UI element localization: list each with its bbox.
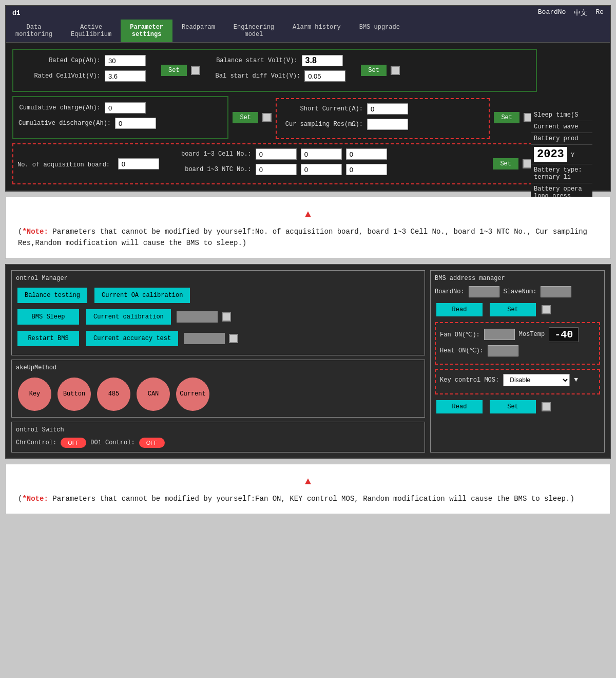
checkbox-addr[interactable] [542,305,551,314]
bal-start-volt-input[interactable] [302,55,343,66]
sidebar-battery-year: 2023 Y [531,145,592,164]
addr-read-btn[interactable]: Read [436,303,483,316]
rated-cellvolt-input[interactable] [105,70,146,82]
set-button-4[interactable]: Set [494,112,519,123]
tab-data-monitoring[interactable]: Data monitoring [6,20,62,42]
slave-num-input[interactable] [541,286,571,297]
ctrl-switch-section: ontrol Switch ChrControl: OFF DO1 Contro… [11,422,425,453]
cumulative-section: Cumulative charge(Ah): Cumulative discha… [12,96,228,139]
tab-engineering-model[interactable]: Engineering model [224,20,283,42]
wakeup-title: akeUpMethod [16,364,420,371]
bal-start-diff-row: Bal start diff Volt(V): [216,70,346,82]
wakeup-485-btn[interactable]: 485 [97,378,130,411]
no-acq-board-input[interactable] [118,158,159,170]
checkbox-2[interactable] [391,66,400,75]
current-oa-calib-btn[interactable]: Current OA calibration [94,288,190,303]
checkbox-3[interactable] [262,113,272,122]
cur-sampling-input[interactable] [367,119,408,130]
switch-label-1: ChrControl: [16,439,56,446]
rated-cap-row: Rated Cap(Ah): [18,55,146,66]
current-calib-btn[interactable]: Current calibration [86,309,171,325]
ntc-input-1[interactable] [256,164,297,175]
bal-start-diff-input[interactable] [304,70,345,82]
tab-readparam[interactable]: Readparam [172,20,224,42]
set-button-5[interactable]: Set [493,158,518,170]
cur-sampling-row: Cur sampling Res(mΩ): [281,119,485,130]
note-triangle-1: ▲ [18,206,598,223]
checkbox-calib[interactable] [222,312,231,322]
wakeup-button-btn[interactable]: Button [57,378,91,411]
bms-sleep-btn[interactable]: BMS Sleep [17,309,79,325]
mos-temp-value: -40 [549,327,579,342]
short-current-input[interactable] [367,103,408,115]
set-button-2[interactable]: Set [361,65,387,76]
wakeup-buttons: Key Button 485 CAN Current [16,375,420,413]
cumulative-discharge-input[interactable] [115,118,156,129]
board-no-input[interactable] [469,286,499,297]
tab-bms-upgrade[interactable]: BMS upgrade [350,20,409,42]
note-triangle-2: ▲ [18,474,598,490]
current-calib-input[interactable] [177,311,218,323]
heat-on-label: Heat ON(℃): [440,347,484,354]
set-button-1[interactable]: Set [161,65,187,76]
rated-cap-input[interactable] [105,55,146,66]
cell-no-row: board 1~3 Cell No.: [169,148,483,160]
fan-on-input[interactable] [484,329,515,340]
tab-active-equilibrium[interactable]: Active Equilibrium [62,20,121,42]
cell-input-1[interactable] [256,148,297,160]
acq-board-area: No. of acquisition board: [17,158,159,170]
wakeup-can-btn[interactable]: CAN [137,378,170,411]
current-acc-input[interactable] [184,333,225,344]
board-set-area: Set [493,158,532,170]
short-set-area: Set [490,96,537,139]
heat-on-input[interactable] [488,345,518,356]
key-control-dashed-box: Key control MOS: Disable Enable ▼ [435,369,600,394]
battery-prod-label: Battery prod [534,135,578,142]
sidebar-current-wave: Current wave [531,121,592,133]
sleep-time-label: Sleep time(S [534,111,578,119]
current-wave-label: Current wave [534,123,578,130]
checkbox-1[interactable] [191,66,200,75]
wakeup-key-btn[interactable]: Key [18,378,51,411]
cumulative-set-area: Set [228,96,276,139]
key-control-select[interactable]: Disable Enable [503,374,570,386]
balance-testing-btn[interactable]: Balance testing [17,288,87,303]
ntc-no-row: board 1~3 NTC No.: [169,164,483,175]
wakeup-current-btn[interactable]: Current [176,378,209,411]
section-board: No. of acquisition board: board 1~3 Cell… [12,143,537,184]
rated-cellvolt-label: Rated CellVolt(V): [18,72,101,80]
cell-ntc-area: board 1~3 Cell No.: board 1~3 NTC No.: [169,148,483,179]
cumulative-discharge-row: Cumulative discharge(Ah): [18,118,222,129]
chevron-down-icon: ▼ [574,376,578,384]
ctrl-switch-label: ontrol Switch [16,426,64,434]
app-id: d1 [12,9,21,17]
restart-bms-btn[interactable]: Restart BMS [17,331,79,346]
toggle-2[interactable]: OFF [139,438,165,448]
ntc-input-2[interactable] [301,164,342,175]
wakeup-section: akeUpMethod Key Button 485 CAN Current [11,360,425,418]
mos-temp-label: MosTemp [519,331,545,338]
refresh-button[interactable]: Re [595,8,604,17]
checkbox-acc[interactable] [229,334,238,343]
top-bar-right: BoardNo 中文 Re [538,8,604,17]
checkbox-fan[interactable] [542,402,551,411]
fan-read-btn[interactable]: Read [436,400,483,413]
ntc-input-3[interactable] [346,164,387,175]
fan-set-btn[interactable]: Set [490,400,536,413]
lang-button[interactable]: 中文 [574,8,587,17]
cell-input-3[interactable] [346,148,387,160]
nav-tabs: Data monitoring Active Equilibrium Param… [6,20,610,43]
tab-parameter-settings[interactable]: Parameter settings [121,20,172,42]
bms-address-title: BMS address manager [435,275,600,282]
current-acc-btn[interactable]: Current accuracy test [86,331,178,346]
set-button-3[interactable]: Set [233,112,258,123]
note-box-2: ▲ (*Note: Parameters that cannot be modi… [5,464,611,514]
cumulative-charge-input[interactable] [105,102,146,114]
control-manager-title: ontrol Manager [16,275,420,282]
addr-set-btn[interactable]: Set [490,303,536,316]
cell-input-2[interactable] [301,148,342,160]
cell-no-label: board 1~3 Cell No.: [169,150,252,158]
tab-alarm-history[interactable]: Alarm history [283,20,350,42]
note2-text: Parameters that cannot be modified by yo… [48,495,574,503]
toggle-1[interactable]: OFF [61,438,86,448]
